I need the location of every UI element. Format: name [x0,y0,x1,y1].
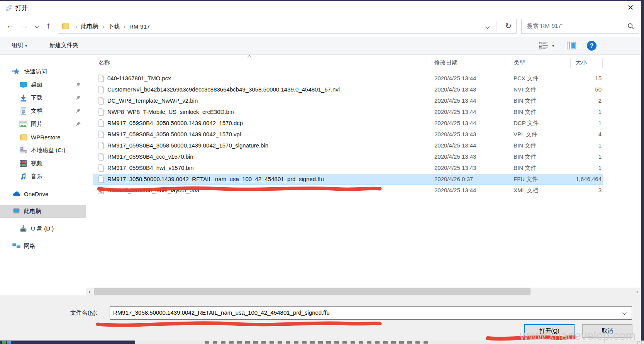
forward-icon[interactable]: → [20,20,29,31]
file-type: VPL 文件 [514,131,537,138]
new-folder-button[interactable]: 新建文件夹 [49,42,78,49]
back-icon[interactable]: ← [6,20,15,31]
up-icon[interactable]: ↑ [46,20,51,31]
pin-icon [75,82,81,88]
file-size: 1,646,464 [576,176,602,182]
breadcrumb: ›此电脑›下载›RM-917 [71,19,150,33]
sidebar-item-label: 本地磁盘 (C:) [31,147,65,154]
column-separator[interactable] [570,58,571,68]
table-row[interactable]: 040-11367801_TMO.pcx2020/4/25 13:44PCX 文… [93,73,603,84]
file-date: 2020/4/26 0:37 [434,176,473,182]
scroll-right-icon[interactable]: › [633,288,641,295]
file-name: RM917_3058.50000.1439.0042_RETAIL_nam_us… [107,176,324,182]
column-header-name[interactable]: 名称 [98,59,110,66]
preview-pane-icon[interactable] [567,42,576,49]
table-row[interactable]: RM917_059S0B4_ccc_v1570.bin2020/4/25 13:… [93,151,603,163]
sidebar-item-folder[interactable]: WPRestore [0,131,86,144]
column-separator[interactable] [505,58,505,68]
sidebar-item-download[interactable]: 下载 [0,92,86,104]
table-row[interactable]: NWP8_WP8_T-Mobile_US_simlock_crcE30D.bin… [93,107,603,118]
pin-icon [75,108,81,114]
sidebar-item-label: 网络 [24,242,36,250]
horizontal-scrollbar[interactable]: ‹ › [86,288,641,295]
sidebar-item-drive[interactable]: 本地磁盘 (C:) [0,144,86,157]
search-box[interactable]: 搜索"RM-917" [521,19,639,34]
sidebar-item-star[interactable]: 快速访问 [0,65,86,78]
file-date: 2020/4/25 13:44 [434,108,476,115]
address-dropdown-icon[interactable] [485,24,490,29]
view-mode-icon[interactable] [539,42,548,49]
breadcrumb-separator-icon[interactable]: › [124,23,125,30]
sidebar-item-document[interactable]: 文档 [0,105,86,117]
table-row[interactable]: RM917_059S0B4_3058.50000.1439.0042_1570_… [93,140,603,151]
file-date: 2020/4/25 13:43 [434,131,476,137]
file-icon [98,130,104,138]
file-type: PCX 文件 [514,75,539,82]
sidebar-item-network[interactable]: 网络 [0,240,86,252]
sidebar-item-film[interactable]: 视频 [0,157,86,170]
filename-dropdown-icon[interactable] [622,310,627,315]
address-bar[interactable]: ›此电脑›下载›RM-917 ↻ [58,19,517,34]
sidebar-item-label: 文档 [31,107,42,115]
close-icon[interactable]: × [625,2,636,14]
table-row[interactable]: RM917_059S0B4_hwt_v1570.bin2020/4/25 13:… [93,163,603,174]
watermark-grid-icon [637,336,642,342]
organize-label: 组织 [12,42,23,48]
file-type: BIN 文件 [514,153,536,161]
table-row[interactable]: RM917_3058.50000.1439.0042_RETAIL_nam_us… [93,174,603,185]
table-row[interactable]: CustomerNvi_b042b143269a3c9decc3c883664b… [93,84,603,95]
breadcrumb-separator-icon[interactable]: › [75,23,77,30]
document-icon [19,107,27,115]
file-date: 2020/4/25 13:44 [434,142,476,149]
column-header-size[interactable]: 大小 [575,59,587,66]
usb-icon [19,225,27,233]
file-size: 1 [598,164,602,171]
breadcrumb-item[interactable]: RM-917 [129,23,150,30]
table-row[interactable]: RM-917_barcode_label_layout_0032020/4/25… [93,185,603,196]
help-icon[interactable]: ? [587,41,597,51]
file-icon [98,86,104,93]
sidebar-item-picture[interactable]: 图片 [0,118,86,130]
file-name: RM917_059S0B4_hwt_v1570.bin [107,164,194,171]
file-date: 2020/4/25 13:44 [434,187,476,193]
scrollbar-thumb[interactable] [94,288,530,295]
sidebar-item-usb[interactable]: U 盘 (D:) [0,222,86,235]
sidebar-item-cloud[interactable]: OneDrive [0,188,86,200]
table-row[interactable]: RM917_059S0B4_3058.50000.1439.0042_1570.… [93,129,603,140]
breadcrumb-separator-icon[interactable]: › [102,23,104,30]
view-mode-caret-icon[interactable]: ▾ [552,43,554,48]
table-row[interactable]: DC_WP8_Template_NwWP_v2.bin2020/4/25 13:… [93,95,603,107]
filename-input[interactable]: RM917_3058.50000.1439.0042_RETAIL_nam_us… [110,306,632,320]
refresh-icon[interactable]: ↻ [505,21,512,31]
file-type: BIN 文件 [514,97,536,105]
search-icon[interactable] [627,23,634,30]
file-type: NVI 文件 [514,86,536,93]
column-separator[interactable] [427,58,427,68]
file-icon [98,153,104,161]
sidebar-item-label: U 盘 (D:) [31,225,54,232]
sidebar-item-music[interactable]: 音乐 [0,170,86,183]
filename-value[interactable]: RM917_3058.50000.1439.0042_RETAIL_nam_us… [113,309,620,316]
column-header-date[interactable]: 修改日期 [434,59,458,66]
breadcrumb-item[interactable]: 此电脑 [81,23,98,30]
sort-ascending-icon[interactable] [247,55,251,59]
folder-icon [61,22,69,31]
film-icon [19,159,27,168]
navigation-bar: ← → ↑ ›此电脑›下载›RM-917 ↻ 搜索"RM-917" [0,15,641,37]
column-header-type[interactable]: 类型 [514,59,525,66]
file-name: NWP8_WP8_T-Mobile_US_simlock_crcE30D.bin [107,108,234,115]
folder-icon [19,133,27,141]
organize-button[interactable]: 组织▾ [12,42,27,49]
search-input-text[interactable]: 搜索"RM-917" [527,22,563,30]
file-name: RM917_059S0B4_3058.50000.1439.0042_1570_… [107,142,268,149]
sidebar-item-computer[interactable]: 此电脑 [0,205,86,218]
file-icon [98,164,104,172]
pane-divider [86,55,86,295]
breadcrumb-item[interactable]: 下载 [108,23,120,30]
file-icon [98,97,104,105]
file-type: BIN 文件 [514,164,536,172]
table-row[interactable]: RM917_059S0B4_3058.50000.1439.0042_1570.… [93,118,603,129]
history-dropdown-icon[interactable] [35,24,39,28]
sidebar-item-desktop[interactable]: 桌面 [0,78,86,91]
scroll-left-icon[interactable]: ‹ [86,288,93,295]
